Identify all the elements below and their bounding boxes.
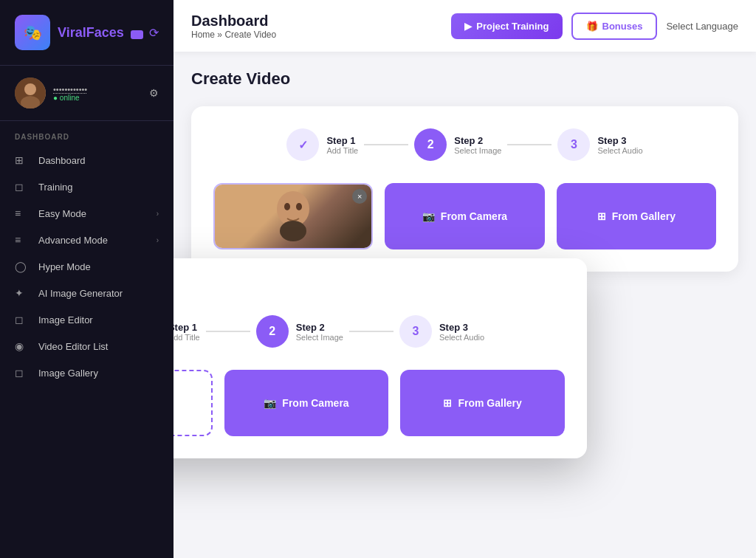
topbar-title-area: Dashboard Home » Create Video [191,13,451,40]
from-gallery-label: From Gallery [612,210,676,222]
video-editor-icon: ◉ [15,340,30,352]
step-2-item: 2 Step 2 Select Image [414,128,501,161]
sidebar-item-label: Hyper Mode [38,261,91,272]
step-3-info: Step 3 Select Audio [597,135,642,155]
hyper-mode-icon: ◯ [15,261,30,272]
sidebar-item-ai-image[interactable]: ✦ AI Image Generator [0,280,173,306]
chevron-right-icon: › [157,210,159,218]
logo-icon: 🎭 [15,15,50,50]
svg-point-6 [280,221,306,241]
step-1-info: Step 1 Add Title [326,135,358,155]
bonuses-icon: 🎁 [586,21,598,32]
breadcrumb-home: Home [191,30,215,40]
face-preview [215,185,371,248]
project-training-button[interactable]: ▶ Project Training [451,13,562,39]
step-connector-1 [364,144,408,145]
sidebar-item-label: Training [38,182,72,193]
logo-badge: AI [131,30,143,39]
step-2-label: Step 2 [454,135,501,146]
breadcrumb-current: Create Video [224,30,276,40]
from-gallery-button[interactable]: ⊞ From Gallery [400,370,565,436]
step-2-info: Step 2 Select Image [454,135,501,155]
user-settings-icon[interactable]: ⚙ [149,87,159,99]
topbar: Dashboard Home » Create Video ▶ Project … [173,0,756,52]
modal-step-2-circle: 2 [256,315,289,348]
modal-step-2-info: Step 2 Select Image [296,322,343,342]
sidebar-section-label: DASHBOARD [0,121,173,147]
topbar-actions: ▶ Project Training 🎁 Bonuses Select Lang… [451,13,738,40]
modal-from-gallery-label: From Gallery [458,397,521,409]
bonuses-button[interactable]: 🎁 Bonuses [571,13,658,40]
bg-image-options: × 📷 From Camera ⊞ From Gallery [213,183,716,249]
from-camera-button-bg[interactable]: 📷 From Camera [385,183,544,249]
logo-text: ViralFaces AI [58,25,143,41]
step-3-item: 3 Step 3 Select Audio [557,128,642,161]
from-gallery-button-bg[interactable]: ⊞ From Gallery [557,183,716,249]
sidebar-item-training[interactable]: ◻ Training [0,173,173,200]
sidebar-item-label: Easy Mode [38,208,86,219]
step-3-sub: Select Audio [597,146,642,155]
modal-step-3-sub: Select Audio [439,333,484,342]
user-info: •••••••••••• online [53,85,149,102]
steps-bar: ✓ Step 1 Add Title 2 Step 2 Select Image [213,128,716,161]
modal-step-3-label: Step 3 [439,322,484,333]
svg-point-5 [296,203,302,210]
breadcrumb-separator: » [217,30,224,40]
modal-step-connector-2 [349,331,394,332]
training-button-icon: ▶ [464,21,472,32]
easy-mode-icon: ≡ [15,207,30,219]
gallery-icon: ⊞ [597,210,606,222]
from-camera-label: From Camera [441,210,507,222]
content-area: Create Video ✓ Step 1 Add Title 2 Step 2 [173,52,756,304]
modal-step-2-label: Step 2 [296,322,343,333]
modal-step-2-sub: Select Image [296,333,343,342]
sidebar-item-image-editor[interactable]: ◻ Image Editor [0,306,173,333]
sidebar-item-label: Image Gallery [38,368,98,379]
sidebar-item-label: AI Image Generator [38,288,123,299]
modal-step-connector-1 [206,331,250,332]
training-icon: ◻ [15,181,30,193]
logo-settings-icon: ⟳ [149,26,159,40]
sidebar-item-dashboard[interactable]: ⊞ Dashboard [0,147,173,173]
modal-step-3-circle: 3 [399,315,432,348]
step-2-circle: 2 [414,128,447,161]
image-editor-icon: ◻ [15,314,30,326]
sidebar-item-label: Image Editor [38,314,93,326]
chevron-right-icon: › [157,236,159,244]
step-2-sub: Select Image [454,146,501,155]
user-section: •••••••••••• online ⚙ [0,66,173,121]
sidebar-item-label: Video Editor List [38,341,108,352]
sidebar-item-image-gallery[interactable]: ◻ Image Gallery [0,359,173,386]
sidebar-item-label: Dashboard [38,155,86,166]
step-1-item: ✓ Step 1 Add Title [286,128,358,161]
step-3-circle: 3 [557,128,590,161]
sidebar-item-video-editor[interactable]: ◉ Video Editor List [0,333,173,359]
language-button[interactable]: Select Language [666,21,738,32]
bg-create-video-card: ✓ Step 1 Add Title 2 Step 2 Select Image [191,106,738,272]
svg-point-4 [284,203,290,210]
modal-gallery-icon: ⊞ [443,397,452,409]
modal-camera-icon: 📷 [264,397,276,409]
step-1-label: Step 1 [326,135,358,146]
breadcrumb: Home » Create Video [191,30,451,40]
step-connector-2 [507,144,551,145]
from-camera-button[interactable]: 📷 From Camera [224,370,389,436]
main-content: Dashboard Home » Create Video ▶ Project … [173,0,756,558]
step-3-label: Step 3 [597,135,642,146]
step-1-sub: Add Title [326,146,358,155]
sidebar-item-hyper-mode[interactable]: ◯ Hyper Mode [0,253,173,280]
avatar [15,78,46,108]
user-status: online [53,94,149,102]
create-video-title: Create Video [191,69,738,89]
sidebar-item-advanced-mode[interactable]: ≡ Advanced Mode › [0,227,173,253]
modal-step-2-item: 2 Step 2 Select Image [256,315,343,348]
sidebar-item-label: Advanced Mode [38,235,108,246]
user-name: •••••••••••• [53,85,149,94]
page-title: Dashboard [191,13,451,30]
sidebar-item-easy-mode[interactable]: ≡ Easy Mode › [0,200,173,227]
modal-step-3-info: Step 3 Select Audio [439,322,484,342]
image-gallery-icon: ◻ [15,367,30,379]
dashboard-icon: ⊞ [15,154,30,166]
camera-icon: 📷 [422,210,435,222]
advanced-mode-icon: ≡ [15,234,30,246]
